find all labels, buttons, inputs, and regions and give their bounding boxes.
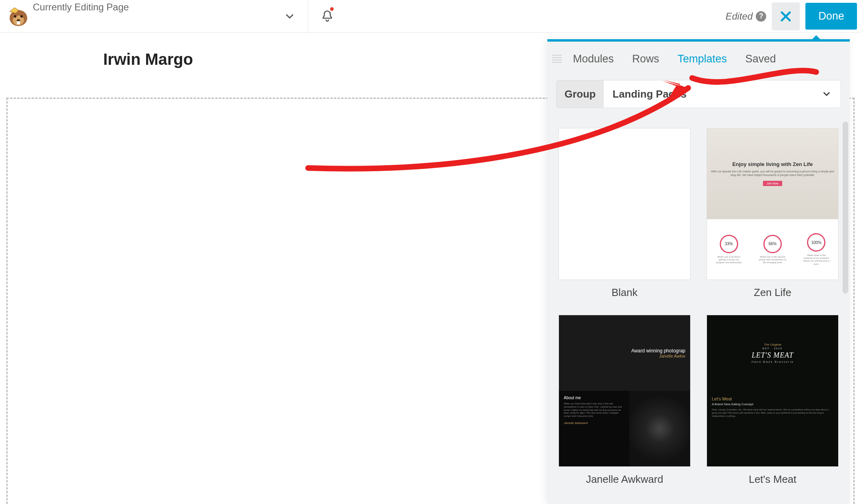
meat-est: EST · 2015 [763, 347, 783, 350]
zen-title: Enjoy simple living with Zen Life [733, 161, 813, 167]
meat-logo-sub: Hand Made Brasseria [751, 360, 794, 363]
zen-t2: Week two is the second phase with introd… [759, 256, 787, 264]
template-name: Zen Life [707, 286, 839, 299]
template-name: Janelle Awkward [559, 473, 691, 486]
panel-tabs: Modules Rows Templates Saved [573, 53, 776, 65]
chevron-down-icon [821, 89, 832, 99]
template-name: Blank [559, 286, 691, 299]
group-value: Landing Pages [604, 88, 687, 100]
svg-rect-5 [17, 21, 20, 24]
beaver-logo-icon [6, 4, 30, 28]
template-blank[interactable]: Blank [559, 128, 691, 299]
done-button[interactable]: Done [805, 3, 857, 30]
zen-t1: Week one is all about getting to know ou… [715, 256, 743, 264]
tab-saved[interactable]: Saved [745, 53, 776, 65]
templates-grid: Blank Enjoy simple living with Zen Life … [559, 128, 839, 486]
topbar: Currently Editing Page Edited ? Done [0, 0, 861, 33]
jan-about-text: When my Gand Dad died I was only in 5th … [564, 402, 625, 418]
camera-image-icon [629, 391, 690, 466]
zen-c1: 33% [720, 235, 738, 253]
panel-header: Modules Rows Templates Saved [547, 42, 850, 76]
template-thumb [559, 128, 691, 280]
template-thumb: Enjoy simple living with Zen Life With o… [707, 128, 839, 280]
drag-handle-icon[interactable] [552, 55, 562, 63]
chevron-down-icon [284, 10, 296, 22]
tab-templates[interactable]: Templates [678, 53, 727, 65]
zen-c2: 66% [763, 235, 782, 253]
template-thumb: Award winning photograp Janelle Awkw Abo… [559, 315, 691, 467]
template-janelle-awkward[interactable]: Award winning photograp Janelle Awkw Abo… [559, 315, 691, 486]
bell-icon [320, 9, 334, 24]
scrollbar[interactable] [843, 122, 848, 294]
page-dropdown-toggle[interactable] [284, 10, 296, 22]
template-name: Let's Meat [707, 473, 839, 486]
template-group-selector[interactable]: Group Landing Pages [556, 80, 841, 108]
template-zen-life[interactable]: Enjoy simple living with Zen Life With o… [707, 128, 839, 299]
zen-t3: Week three is the essence of our program… [802, 254, 830, 266]
zen-btn: Join Now [763, 181, 783, 186]
panel-pointer-icon [811, 35, 822, 41]
help-icon[interactable]: ? [756, 11, 766, 22]
meat-orig: The Original [764, 343, 781, 346]
svg-point-2 [14, 15, 16, 18]
template-thumb: The Original EST · 2015 LET'S MEAT Hand … [707, 315, 839, 467]
template-lets-meat[interactable]: The Original EST · 2015 LET'S MEAT Hand … [707, 315, 839, 486]
logo-area: Currently Editing Page [4, 0, 308, 32]
jan-sig: Janelle Awkward [564, 421, 625, 425]
jan-line2: Janelle Awkw [659, 354, 685, 358]
topbar-right: Edited ? Done [725, 2, 857, 30]
close-button[interactable] [772, 2, 800, 30]
meat-sub: A Brand New Eating Concept [712, 402, 833, 406]
meat-logo: LET'S MEAT [752, 351, 794, 360]
notification-dot-icon [330, 7, 334, 11]
zen-sub: With our special Zen Life master guide, … [711, 170, 834, 177]
notifications-button[interactable] [315, 0, 339, 32]
edited-status: Edited ? [725, 11, 766, 22]
meat-text: Dark, moody, Australian, etc. We have me… [712, 408, 833, 418]
tab-rows[interactable]: Rows [632, 53, 659, 65]
group-label: Group [557, 80, 604, 108]
close-icon [778, 8, 794, 24]
jan-line1: Award winning photograp [631, 348, 685, 354]
templates-area: Blank Enjoy simple living with Zen Life … [547, 120, 850, 504]
tab-modules[interactable]: Modules [573, 53, 614, 65]
edited-label: Edited [725, 11, 753, 22]
jan-about-title: About me [564, 396, 625, 400]
meat-head: Let's Meat [712, 396, 833, 401]
editing-page-label: Currently Editing Page [33, 2, 129, 13]
content-panel: Modules Rows Templates Saved Group Landi… [547, 39, 850, 504]
zen-c3: 100% [807, 233, 825, 252]
svg-point-3 [20, 15, 23, 18]
